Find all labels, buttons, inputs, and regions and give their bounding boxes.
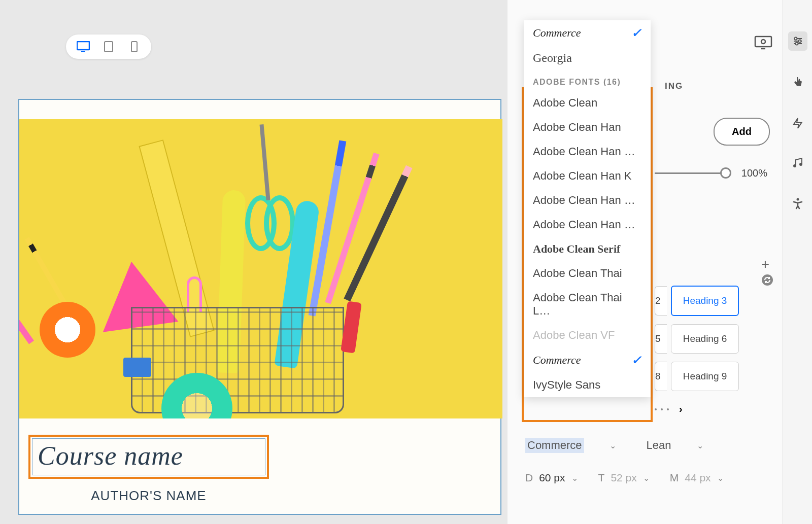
font-item-adobe-clean-han-k[interactable]: Adobe Clean Han K	[524, 164, 651, 188]
heading-8-partial[interactable]: 8	[655, 362, 667, 391]
font-label: Adobe Clean Serif	[533, 242, 620, 256]
heading-9-btn[interactable]: Heading 9	[671, 362, 739, 391]
font-item-adobe-clean-han[interactable]: Adobe Clean Han	[524, 115, 651, 139]
svg-rect-2	[131, 42, 137, 52]
font-item-ivystyle-sans[interactable]: IvyStyle Sans	[524, 373, 651, 397]
size-value-t: 52 px	[611, 472, 636, 484]
check-icon: ✓	[631, 353, 641, 367]
panel-content: ING Add 100% + 2 Heading 3 5 Heading 6 8…	[507, 0, 783, 524]
heading-6-btn[interactable]: Heading 6	[671, 324, 739, 354]
accessibility-icon[interactable]	[788, 194, 807, 213]
chevron-down-icon: ⌄	[571, 473, 578, 483]
font-item-adobe-clean-han-3[interactable]: Adobe Clean Han …	[524, 188, 651, 213]
font-label: Commerce	[533, 354, 581, 367]
right-panel: ING Add 100% + 2 Heading 3 5 Heading 6 8…	[507, 0, 812, 524]
chevron-down-icon: ⌄	[643, 473, 650, 483]
font-family-select[interactable]: Commerce ⌄	[525, 434, 616, 457]
font-item-adobe-clean[interactable]: Adobe Clean	[524, 91, 651, 115]
desktop-device-btn[interactable]	[76, 40, 90, 54]
font-select-row: Commerce ⌄ Lean ⌄	[525, 434, 772, 457]
font-item-adobe-clean-vf[interactable]: Adobe Clean VF	[524, 323, 651, 347]
chevron-down-icon: ⌄	[717, 473, 724, 483]
font-label: Adobe Clean	[533, 96, 597, 110]
font-item-adobe-clean-thai[interactable]: Adobe Clean Thai	[524, 261, 651, 286]
tablet-device-btn[interactable]	[101, 40, 116, 54]
size-label-t: T	[598, 472, 605, 484]
font-item-commerce[interactable]: Commerce ✓	[524, 347, 651, 373]
size-label-d: D	[525, 472, 533, 484]
font-label: Commerce	[533, 26, 581, 40]
slider-track[interactable]	[655, 172, 731, 174]
size-value-m: 44 px	[685, 472, 710, 484]
font-item-adobe-clean-thai-l[interactable]: Adobe Clean Thai L…	[524, 286, 651, 323]
svg-point-9	[793, 164, 796, 167]
pager-dots	[655, 403, 669, 415]
hero-image	[19, 119, 502, 418]
svg-point-8	[795, 43, 798, 45]
font-label: Adobe Clean Han	[533, 121, 621, 134]
check-icon: ✓	[631, 26, 641, 40]
font-label: Adobe Clean Han …	[533, 145, 635, 158]
desktop-size[interactable]: D 60 px ⌄	[525, 472, 578, 484]
font-item-adobe-clean-han-2[interactable]: Adobe Clean Han …	[524, 139, 651, 164]
svg-rect-3	[755, 37, 771, 47]
font-label: Adobe Clean Han K	[533, 169, 631, 183]
properties-icon[interactable]	[788, 31, 807, 51]
svg-point-11	[796, 198, 799, 201]
mobile-size[interactable]: M 44 px ⌄	[670, 472, 724, 484]
font-dropdown: Commerce ✓ Georgia ADOBE FONTS (16) Adob…	[524, 20, 651, 397]
slider-thumb[interactable]	[720, 167, 731, 179]
font-weight-select[interactable]: Lean ⌄	[647, 434, 703, 457]
svg-point-10	[799, 163, 802, 166]
svg-rect-0	[77, 42, 89, 50]
font-item-adobe-clean-serif[interactable]: Adobe Clean Serif	[524, 237, 651, 261]
font-weight-value: Lean	[647, 439, 671, 452]
phone-device-btn[interactable]	[127, 40, 141, 54]
svg-rect-1	[105, 42, 113, 52]
touch-icon[interactable]	[788, 72, 807, 91]
opacity-slider: 100%	[655, 167, 767, 179]
font-label: Adobe Clean VF	[533, 329, 615, 342]
sidebar	[783, 0, 812, 524]
heading-pager: ›	[655, 403, 683, 415]
font-label: Adobe Clean Thai	[533, 267, 622, 280]
slider-value: 100%	[741, 167, 767, 179]
device-switcher	[66, 34, 151, 59]
chevron-down-icon: ⌄	[697, 441, 703, 450]
text-block: Course name AUTHOR'S NAME	[28, 435, 269, 504]
font-label: Adobe Clean Thai L…	[533, 291, 641, 318]
svg-point-4	[761, 40, 765, 44]
font-family-value: Commerce	[525, 438, 584, 453]
font-section-header: ADOBE FONTS (16)	[524, 71, 651, 91]
font-label: Georgia	[533, 51, 572, 65]
preview-icon[interactable]	[754, 36, 772, 50]
size-label-m: M	[670, 472, 679, 484]
heading-3-btn[interactable]: Heading 3	[671, 286, 739, 316]
audio-icon[interactable]	[788, 153, 807, 172]
heading-5-partial[interactable]: 5	[655, 324, 667, 354]
svg-point-7	[798, 40, 801, 43]
panel-section-header: ING	[665, 81, 683, 91]
pager-next-icon[interactable]: ›	[679, 403, 683, 415]
svg-point-6	[794, 38, 797, 40]
font-label: Adobe Clean Han …	[533, 194, 635, 207]
heading-grid: 2 Heading 3 5 Heading 6 8 Heading 9	[655, 282, 772, 395]
author-name-text[interactable]: AUTHOR'S NAME	[28, 488, 269, 504]
course-name-text[interactable]: Course name	[32, 438, 265, 475]
chevron-down-icon: ⌄	[610, 441, 616, 450]
size-row: D 60 px ⌄ T 52 px ⌄ M 44 px ⌄	[525, 472, 772, 484]
font-label: IvyStyle Sans	[533, 378, 600, 392]
size-value-d: 60 px	[539, 472, 565, 484]
font-item-adobe-clean-han-4[interactable]: Adobe Clean Han …	[524, 213, 651, 237]
font-label: Adobe Clean Han …	[533, 218, 635, 231]
add-button[interactable]: Add	[714, 118, 770, 146]
heading-2-partial[interactable]: 2	[655, 286, 667, 316]
font-item-georgia[interactable]: Georgia	[524, 46, 651, 71]
plus-icon[interactable]: +	[761, 256, 769, 272]
tablet-size[interactable]: T 52 px ⌄	[598, 472, 650, 484]
canvas-frame: Course name AUTHOR'S NAME	[18, 99, 501, 515]
course-name-selection[interactable]: Course name	[28, 435, 269, 479]
supplies-illustration	[19, 119, 502, 418]
font-item-commerce-top[interactable]: Commerce ✓	[524, 20, 651, 46]
quick-actions-icon[interactable]	[788, 113, 807, 132]
